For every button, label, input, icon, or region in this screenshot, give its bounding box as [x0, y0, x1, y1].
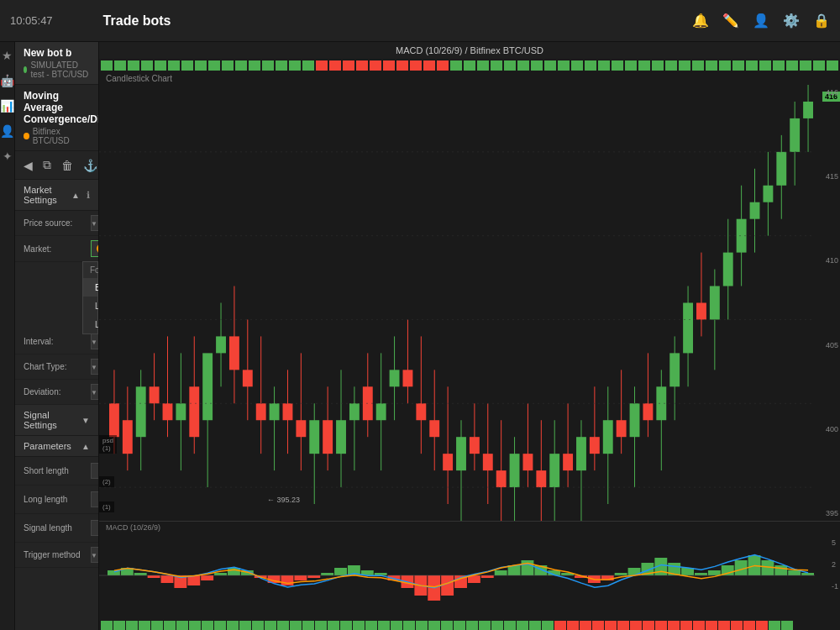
signal-cell-9 [214, 621, 226, 630]
signal-cell-34 [558, 60, 570, 71]
signal-cell-31 [517, 60, 529, 71]
signal-cell-41 [652, 60, 664, 71]
market-info-icon[interactable]: ℹ [87, 190, 90, 201]
svg-rect-29 [296, 420, 306, 437]
interval-select[interactable] [91, 333, 98, 349]
toolbar: ◀ ⧉ 🗑 ⚓ [15, 151, 98, 180]
copy-button[interactable]: ⧉ [43, 158, 51, 172]
share-button[interactable]: ⚓ [83, 159, 97, 172]
svg-rect-21 [243, 370, 253, 386]
short-length-input[interactable]: 10 [91, 463, 98, 479]
signal-settings-arrow: ▼ [81, 416, 90, 425]
svg-rect-13 [189, 386, 199, 437]
lock-icon[interactable]: 🔒 [813, 13, 830, 29]
signal-cell-51 [786, 60, 798, 71]
notification-icon[interactable]: 🔔 [692, 13, 709, 29]
bot-item-2[interactable]: Moving Average Convergence/Divergen Bitf… [15, 85, 98, 151]
svg-rect-81 [643, 403, 653, 420]
chart-type-select[interactable] [91, 359, 98, 375]
dropdown-item-ltcbtc[interactable]: LTC/BTC [83, 315, 97, 333]
signal-cell-38 [612, 60, 623, 71]
deviation-select[interactable]: 0 [91, 384, 98, 400]
svg-rect-45 [403, 370, 413, 386]
signal-cell-38 [580, 621, 591, 630]
svg-rect-114 [148, 575, 160, 578]
svg-rect-69 [563, 454, 573, 470]
chart-type-label: Chart Type: [24, 362, 91, 371]
bot-item-1[interactable]: New bot b SIMULATED test - BTC/USD [15, 42, 98, 85]
svg-rect-115 [161, 575, 174, 583]
signal-cell-24 [423, 60, 435, 71]
signal-settings-label: Signal Settings [24, 410, 81, 430]
user-icon[interactable]: 👤 [753, 13, 769, 29]
signal-cell-47 [732, 60, 744, 71]
signal-cell-52 [756, 621, 768, 630]
signal-cell-28 [477, 60, 489, 71]
sidebar-bot-icon[interactable]: 🤖 [0, 74, 14, 87]
signal-cell-7 [189, 621, 201, 630]
market-settings-header[interactable]: Market Settings ▲ ℹ [15, 180, 98, 211]
svg-rect-128 [334, 568, 347, 575]
signal-cell-46 [719, 60, 731, 71]
signal-cell-3 [141, 60, 153, 71]
svg-rect-75 [603, 420, 613, 454]
settings-icon[interactable]: ⚙️ [783, 13, 800, 29]
signal-cell-21 [383, 60, 395, 71]
signal-cell-10 [227, 621, 239, 630]
svg-rect-57 [483, 454, 493, 470]
svg-rect-119 [214, 573, 227, 575]
signal-cell-28 [454, 621, 465, 630]
delete-button[interactable]: 🗑 [61, 159, 73, 172]
signal-cell-42 [665, 60, 677, 71]
back-button[interactable]: ◀ [24, 159, 33, 172]
sidebar-user2-icon[interactable]: 👤 [0, 124, 14, 138]
signal-cell-43 [643, 621, 654, 630]
chart-side-label3: (1) [99, 501, 114, 512]
sidebar-misc-icon[interactable]: ✦ [3, 150, 13, 163]
signal-cell-45 [668, 621, 680, 630]
svg-rect-126 [307, 575, 320, 578]
dropdown-item-btcusd[interactable]: BTC/USD [83, 278, 97, 297]
chart-side-label2: (2) [99, 476, 114, 487]
left-panel: New bot b SIMULATED test - BTC/USD Movin… [15, 42, 99, 630]
signal-cell-15 [290, 621, 302, 630]
signal-cell-0 [101, 621, 113, 630]
long-length-input[interactable] [91, 491, 98, 507]
edit-icon[interactable]: ✏️ [722, 13, 739, 29]
price-source-row: Price source: 🔷 Bitfinex ⇄ [15, 211, 98, 236]
svg-rect-37 [349, 403, 360, 420]
signal-cell-54 [781, 621, 793, 630]
signal-cell-26 [450, 60, 462, 71]
market-control: BTC/USD ▼ [91, 240, 98, 257]
svg-rect-61 [510, 454, 520, 487]
svg-rect-11 [176, 403, 186, 420]
svg-rect-43 [390, 370, 400, 386]
svg-rect-49 [429, 420, 439, 437]
signal-cell-44 [655, 621, 667, 630]
price-source-label: Price source: [24, 218, 91, 228]
signal-bar [99, 59, 840, 72]
long-length-row: Long length ▲ ▼ [15, 486, 98, 514]
svg-rect-27 [283, 403, 293, 420]
signal-cell-18 [343, 60, 354, 71]
signal-cell-39 [592, 621, 604, 630]
market-dropdown-trigger[interactable]: BTC/USD ▼ [91, 240, 98, 257]
dropdown-group-forex: Forex [83, 262, 97, 278]
signal-cell-10 [235, 60, 247, 71]
signal-cell-11 [249, 60, 260, 71]
trigger-method-select[interactable]: MACD-Signal Cross [91, 547, 98, 563]
signal-cell-23 [391, 621, 402, 630]
signal-cell-50 [773, 60, 785, 71]
sidebar-star-icon[interactable]: ★ [2, 49, 13, 62]
dropdown-item-ltcusd[interactable]: LTC/USD [83, 297, 97, 315]
price-source-select[interactable]: 🔷 Bitfinex [91, 215, 98, 231]
chart-type-control [91, 359, 98, 375]
signal-length-input[interactable] [91, 520, 98, 536]
signal-cell-7 [195, 60, 207, 71]
signal-settings-header[interactable]: Signal Settings ▼ [15, 405, 98, 436]
sidebar-chart-icon[interactable]: 📊 [0, 99, 14, 113]
parameters-header[interactable]: Parameters ▲ [15, 436, 98, 457]
signal-cell-24 [403, 621, 415, 630]
svg-rect-17 [216, 336, 226, 353]
svg-rect-19 [229, 336, 239, 370]
